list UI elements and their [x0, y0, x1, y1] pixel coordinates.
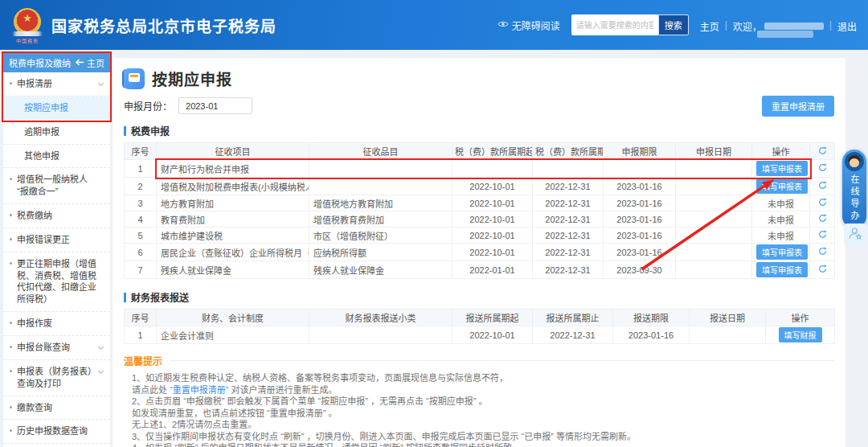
column-header: 报送所属期起 — [452, 310, 533, 326]
table-cell: 2022-12-31 — [533, 228, 604, 244]
favorite-user-widget[interactable] — [844, 224, 866, 246]
refresh-icon[interactable] — [818, 198, 827, 207]
tax-section-title: 税费申报 — [124, 124, 834, 137]
tips-line: 1、如近期发生税费种认定、纳税人资格、备案等税务事项变动，页面展现信息与实际信息… — [132, 373, 834, 384]
table-cell: 市区（增值税附征） — [309, 228, 452, 244]
table-cell: 增值税及附加税费申报表(小规模纳税人适用) — [157, 178, 309, 195]
table-row: 2增值税及附加税费申报表(小规模纳税人适用)2022-10-012022-12-… — [125, 178, 835, 195]
table-cell — [309, 160, 452, 178]
fill-finance-report-button[interactable]: 填写财报 — [779, 327, 822, 342]
tips-title: 温馨提示 — [124, 354, 162, 367]
tips-line: 2、点击页眉 “申报缴税” 即会触发下属首个菜单 “按期应申报” ，无需再点击 … — [132, 396, 834, 408]
column-header: 报送日期 — [690, 310, 766, 326]
tips-line: 如发现清册重复，也请点前述按钮 “重置申报清册” 。 — [132, 408, 834, 420]
sidebar-item[interactable]: 增值税一般纳税人“报缴合一” — [3, 168, 110, 204]
fill-declaration-button[interactable]: 填写申报表 — [756, 161, 808, 176]
refresh-icon[interactable] — [818, 146, 827, 155]
table-cell — [810, 211, 835, 228]
table-cell: 2022-12-31 — [533, 195, 604, 211]
sidebar-item[interactable]: 申报表（财务报表）查询及打印 — [3, 360, 110, 396]
sidebar-item[interactable]: 历史申报数据查询 — [3, 420, 110, 444]
main-content: 按期应申报 申报月份： 重置申报清册 税费申报 序号征收项目征收品目税（费）款所… — [113, 58, 845, 447]
table-cell: 2022-10-01 — [452, 228, 533, 244]
logout-link[interactable]: 退出 — [837, 19, 857, 33]
action-cell: 未申报 — [752, 228, 810, 244]
fill-declaration-button[interactable]: 填写申报表 — [756, 244, 808, 260]
sidebar-item[interactable]: 其他申报 — [3, 145, 110, 169]
column-header: 报送所属期止 — [533, 310, 613, 326]
home-link[interactable]: 主页 — [700, 19, 719, 33]
table-cell: 2023-01-16 — [613, 326, 690, 344]
sidebar-item[interactable]: 申报错误更正 — [3, 228, 110, 252]
table-cell — [810, 261, 835, 279]
table-cell — [810, 244, 835, 261]
table-cell: 2023-01-16 — [604, 244, 676, 261]
column-header: 序号 — [125, 143, 157, 160]
table-cell: 居民企业（查账征收）企业所得税月（季）度申报 — [157, 244, 309, 261]
column-header: 报送期限 — [613, 310, 690, 326]
sidebar-item[interactable]: 申报台账查询 — [3, 336, 110, 360]
fill-declaration-button[interactable]: 填写申报表 — [756, 262, 808, 277]
table-cell: 2022-12-31 — [533, 326, 613, 344]
tax-bureau-logo: ★ 中国税务 — [11, 7, 43, 43]
declaration-icon — [124, 68, 145, 89]
reset-list-button[interactable]: 重置申报清册 — [762, 96, 834, 117]
brand: ★ 中国税务 国家税务总局北京市电子税务局 — [11, 7, 276, 43]
sidebar-item[interactable]: 缴款查询 — [3, 396, 110, 420]
column-header: 操作 — [752, 143, 810, 160]
online-guide-widget[interactable]: 在线导办 — [842, 150, 866, 228]
sidebar-item[interactable]: 按期应申报 — [3, 96, 110, 121]
fill-declaration-button[interactable]: 填写申报表 — [756, 178, 808, 194]
customer-service-avatar — [845, 152, 864, 171]
table-cell: 3 — [125, 195, 157, 211]
sidebar-item[interactable]: 更正往期申报（增值税、消费税、增值税代扣代缴、扣缴企业所得税） — [3, 252, 110, 312]
refresh-icon[interactable] — [818, 163, 827, 172]
tips-link[interactable]: “重置申报清册” — [170, 385, 228, 395]
refresh-icon[interactable] — [818, 181, 827, 190]
search-button[interactable]: 搜索 — [658, 14, 689, 35]
table-row: 3地方教育附加增值税地方教育附加2022-10-012022-12-312023… — [125, 195, 835, 211]
sidebar-item[interactable]: 申报作废 — [3, 312, 110, 336]
user-nav: 主页 | 欢迎， | 退出 — [700, 18, 857, 33]
column-header: 税（费）款所属期止 — [533, 143, 604, 160]
accessibility-link[interactable]: 无障碍阅读 — [497, 18, 560, 32]
table-cell: 4 — [125, 211, 157, 228]
table-cell: 2023-01-16 — [604, 178, 676, 195]
column-header: 申报日期 — [676, 143, 752, 160]
sidebar-item[interactable]: 税费缴纳 — [3, 204, 110, 228]
eye-icon — [497, 19, 509, 31]
search-input[interactable] — [571, 14, 658, 35]
table-cell: 2022-12-31 — [533, 211, 604, 228]
table-cell: 财产和行为税合并申报 — [157, 160, 309, 178]
table-row: 6居民企业（查账征收）企业所得税月（季）度申报应纳税所得额2022-10-012… — [125, 244, 835, 261]
table-cell: 2 — [125, 178, 157, 195]
refresh-icon[interactable] — [818, 214, 827, 223]
person-star-icon — [848, 226, 862, 244]
table-cell: 应纳税所得额 — [309, 244, 452, 261]
sidebar-item[interactable]: 申报辅助信息报告 — [3, 444, 110, 447]
table-cell: 1 — [125, 160, 157, 178]
table-cell — [690, 326, 766, 344]
table-cell: 残疾人就业保障金 — [309, 261, 452, 279]
action-cell: 填写申报表 — [752, 178, 810, 195]
table-cell — [676, 261, 752, 279]
refresh-icon[interactable] — [818, 247, 827, 256]
action-cell: 填写申报表 — [752, 261, 810, 279]
refresh-icon[interactable] — [818, 230, 827, 239]
declare-month-input[interactable] — [178, 97, 252, 114]
table-row: 5城市维护建设税市区（增值税附征）2022-10-012022-12-31202… — [125, 228, 835, 244]
table-cell: 5 — [125, 228, 157, 244]
table-cell: 2022-01-01 — [452, 261, 533, 279]
tips-section: 温馨提示 1、如近期发生税费种认定、纳税人资格、备案等税务事项变动，页面展现信息… — [124, 354, 834, 447]
sidebar-item[interactable]: 申报清册 — [3, 72, 110, 96]
refresh-icon[interactable] — [818, 265, 827, 273]
back-home-link[interactable]: 主页 — [76, 56, 104, 69]
tips-line: 无上述1、2情况请勿点击重置。 — [132, 420, 834, 431]
page-title: 按期应申报 — [152, 68, 232, 89]
table-row: 1企业会计准则2022-10-012022-12-312023-01-16填写财… — [125, 326, 835, 344]
column-header: 序号 — [125, 310, 157, 326]
table-cell — [810, 228, 835, 244]
sidebar-item[interactable]: 逾期申报 — [3, 121, 110, 145]
finance-section-title: 财务报表报送 — [124, 290, 834, 304]
back-arrow-icon — [76, 58, 84, 68]
